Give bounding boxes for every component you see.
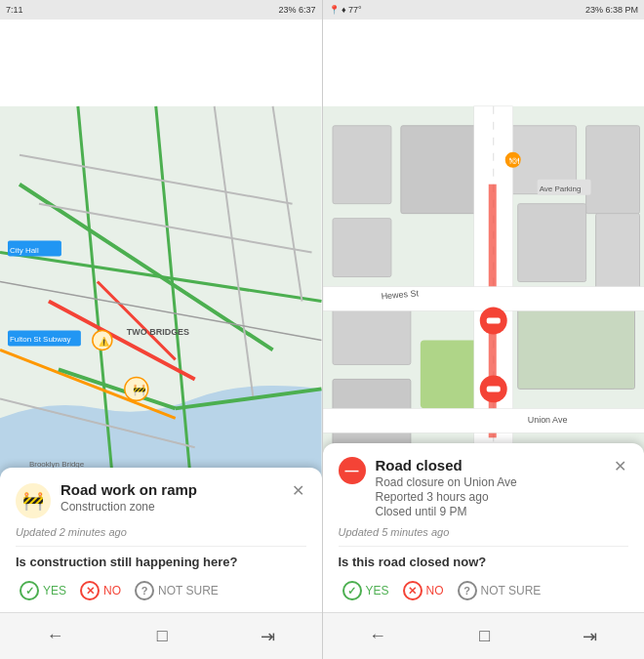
time-right: 📍 ♦ 77° <box>329 5 362 15</box>
card-subtitle3-right: Closed until 9 PM <box>376 505 517 518</box>
svg-rect-21 <box>595 214 639 292</box>
nav-bar-right: ← □ ⇥ <box>323 612 645 659</box>
svg-text:City Hall: City Hall <box>10 246 39 255</box>
svg-text:Ave Parking: Ave Parking <box>539 185 581 193</box>
svg-rect-22 <box>517 302 634 390</box>
nav-recents-left[interactable]: ⇥ <box>241 618 295 655</box>
card-subtitle-right: Road closure on Union Ave <box>376 475 517 489</box>
nav-back-right[interactable]: ← <box>349 618 406 654</box>
battery-right: 23% 6:38 PM <box>585 5 638 15</box>
time-left: 7:11 <box>6 5 23 15</box>
svg-text:Fulton St Subway: Fulton St Subway <box>10 335 70 344</box>
battery-left: 23% 6:37 <box>278 5 315 15</box>
card-icon-left: 🚧 <box>16 483 51 518</box>
svg-rect-14 <box>332 219 390 277</box>
card-subtitle-left: Construction zone <box>60 500 197 514</box>
svg-rect-28 <box>323 408 645 432</box>
notsure-icon-left: ? <box>135 581 154 600</box>
card-close-left[interactable]: ✕ <box>290 481 306 501</box>
svg-rect-20 <box>517 204 585 282</box>
card-title-left: Road work on ramp <box>60 481 197 499</box>
screen-left: 7:11 23% 6:37 <box>0 0 323 659</box>
svg-text:Union Ave: Union Ave <box>527 415 567 425</box>
action-notsure-left[interactable]: ? NOT SURE <box>131 579 222 602</box>
action-notsure-right[interactable]: ? NOT SURE <box>454 579 545 602</box>
map-right: Hewes St Union Ave 🍽 Ave Parking — Road … <box>323 20 645 612</box>
svg-rect-17 <box>585 126 639 214</box>
nav-bar-left: ← □ ⇥ <box>0 612 322 659</box>
svg-text:TWO BRIDGES: TWO BRIDGES <box>127 327 189 337</box>
info-card-left: 🚧 Road work on ramp Construction zone ✕ … <box>0 468 322 612</box>
svg-rect-32 <box>486 386 500 391</box>
svg-text:🍽: 🍽 <box>508 155 518 166</box>
nav-home-left[interactable]: □ <box>138 618 187 654</box>
map-left: City Hall Fulton St Subway TWO BRIDGES M… <box>0 20 322 612</box>
status-bar-left: 7:11 23% 6:37 <box>0 0 322 20</box>
svg-rect-13 <box>332 126 390 204</box>
action-yes-right[interactable]: ✓ YES <box>339 579 393 602</box>
card-updated-right: Updated 5 minutes ago <box>339 526 629 538</box>
nav-home-right[interactable]: □ <box>460 618 509 654</box>
no-icon-right: ✕ <box>403 581 423 600</box>
nav-recents-right[interactable]: ⇥ <box>563 618 617 655</box>
card-title-right: Road closed <box>376 457 517 474</box>
action-no-right[interactable]: ✕ NO <box>399 579 448 602</box>
info-card-right: — Road closed Road closure on Union Ave … <box>323 443 645 612</box>
screen-right: 📍 ♦ 77° 23% 6:38 PM <box>323 0 645 659</box>
yes-icon-left: ✓ <box>20 581 39 600</box>
svg-rect-30 <box>486 317 500 323</box>
status-bar-right: 📍 ♦ 77° 23% 6:38 PM <box>323 0 645 20</box>
yes-icon-right: ✓ <box>342 581 362 600</box>
svg-text:🚧: 🚧 <box>133 383 146 396</box>
card-updated-left: Updated 2 minutes ago <box>16 526 306 538</box>
action-no-left[interactable]: ✕ NO <box>76 579 125 602</box>
action-yes-left[interactable]: ✓ YES <box>16 579 70 602</box>
card-question-left: Is construction still happening here? <box>16 555 306 569</box>
card-subtitle2-right: Reported 3 hours ago <box>376 490 517 504</box>
card-close-right[interactable]: ✕ <box>612 457 628 476</box>
svg-text:⚠️: ⚠️ <box>99 336 110 348</box>
svg-rect-27 <box>323 287 645 311</box>
card-question-right: Is this road closed now? <box>339 555 629 569</box>
card-actions-right: ✓ YES ✕ NO ? NOT SURE <box>339 579 629 602</box>
card-actions-left: ✓ YES ✕ NO ? NOT SURE <box>16 579 306 602</box>
notsure-icon-right: ? <box>458 581 477 600</box>
no-icon-left: ✕ <box>80 581 100 600</box>
road-closed-icon: — <box>339 457 366 484</box>
nav-back-left[interactable]: ← <box>27 618 84 654</box>
